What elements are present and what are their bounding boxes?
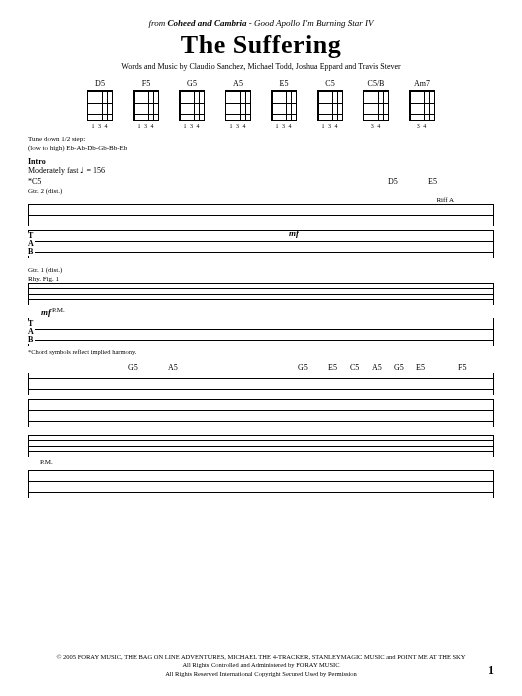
- copyright-block: © 2005 FORAY MUSIC, THE BAG ON LINE ADVE…: [28, 653, 494, 678]
- tuning-instructions: Tune down 1/2 step: (low to high) Eb-Ab-…: [28, 135, 494, 153]
- chord-diagram: D51 3 4: [85, 79, 115, 129]
- tuning-line-1: Tune down 1/2 step:: [28, 135, 494, 144]
- notation-staff: [28, 435, 494, 457]
- chord-grid: [133, 90, 159, 121]
- chord-name: C5/B: [368, 79, 385, 88]
- section-intro-label: Intro: [28, 157, 494, 166]
- copyright-line-1: © 2005 FORAY MUSIC, THE BAG ON LINE ADVE…: [28, 653, 494, 661]
- dynamic-mf: mf: [41, 307, 51, 317]
- chord-grid: [363, 90, 389, 121]
- gtr1-label: Gtr. 1 (dist.): [28, 266, 494, 274]
- chord-symbol: A5: [168, 363, 178, 372]
- notation-staff: mf: [28, 283, 494, 305]
- chord-symbol: G5: [394, 363, 404, 372]
- chord-marks-sys2: G5A5G5E5C5A5G5E5F5: [28, 363, 494, 373]
- system-2-lower: P.M.: [28, 435, 494, 498]
- chord-name: F5: [142, 79, 150, 88]
- copyright-line-3: All Rights Reserved International Copyri…: [28, 670, 494, 678]
- chord-symbol: E5: [428, 177, 437, 186]
- album-name: Good Apollo I'm Burning Star IV: [254, 18, 374, 28]
- chord-fingering: 1 3 4: [138, 123, 155, 129]
- chord-symbol: D5: [388, 177, 398, 186]
- tab-label: TAB: [27, 232, 35, 256]
- chord-diagram: E51 3 4: [269, 79, 299, 129]
- rhy-fig-label: Rhy. Fig. 1: [28, 275, 494, 283]
- chord-symbol: E5: [328, 363, 337, 372]
- chord-symbol: C5: [350, 363, 359, 372]
- chord-marks-sys1: *C5D5E5: [28, 177, 494, 187]
- chord-grid: [409, 90, 435, 121]
- tab-staff: TAB: [28, 318, 494, 346]
- tab-staff: TAB: [28, 230, 494, 258]
- chord-fingering: 1 3 4: [230, 123, 247, 129]
- chord-fingering: 1 3 4: [92, 123, 109, 129]
- chord-diagram: C5/B3 4: [361, 79, 391, 129]
- chord-name: D5: [95, 79, 105, 88]
- chord-name: Am7: [414, 79, 430, 88]
- system-2-upper: [28, 373, 494, 427]
- chord-fingering: 1 3 4: [322, 123, 339, 129]
- song-title: The Suffering: [28, 30, 494, 60]
- chord-diagram-row: D51 3 4F51 3 4G51 3 4A51 3 4E51 3 4C51 3…: [28, 79, 494, 129]
- chord-diagram: A51 3 4: [223, 79, 253, 129]
- chord-fingering: 1 3 4: [184, 123, 201, 129]
- chord-symbol: G5: [128, 363, 138, 372]
- chord-grid: [271, 90, 297, 121]
- chord-diagram: Am73 4: [407, 79, 437, 129]
- palm-mute: P.M.: [52, 306, 494, 314]
- system-1-gtr1: Gtr. 1 (dist.) Rhy. Fig. 1 mf P.M. TAB *…: [28, 266, 494, 355]
- writer-credits: Words and Music by Claudio Sanchez, Mich…: [28, 62, 494, 71]
- chord-grid: [87, 90, 113, 121]
- copyright-line-2: All Rights Controlled and Administered b…: [28, 661, 494, 669]
- chord-grid: [317, 90, 343, 121]
- tab-staff: [28, 470, 494, 498]
- riff-a-label: Riff A: [28, 196, 454, 204]
- chord-symbol: *C5: [28, 177, 41, 186]
- chord-name: E5: [280, 79, 289, 88]
- chord-symbol: F5: [458, 363, 466, 372]
- notation-staff: [28, 373, 494, 395]
- gtr2-label: Gtr. 2 (dist.): [28, 187, 494, 195]
- chord-fingering: 3 4: [417, 123, 428, 129]
- chord-diagram: C51 3 4: [315, 79, 345, 129]
- tuning-line-2: (low to high) Eb-Ab-Db-Gb-Bb-Eb: [28, 144, 494, 153]
- chord-diagram: F51 3 4: [131, 79, 161, 129]
- tab-label: TAB: [27, 320, 35, 344]
- chord-name: C5: [325, 79, 334, 88]
- chord-symbol: A5: [372, 363, 382, 372]
- tempo-marking: Moderately fast ♩ = 156: [28, 166, 494, 175]
- album-sep: -: [246, 18, 254, 28]
- chord-symbol: E5: [416, 363, 425, 372]
- chord-name: G5: [187, 79, 197, 88]
- chord-grid: [225, 90, 251, 121]
- page-number: 1: [488, 663, 494, 678]
- system-1-gtr2: Gtr. 2 (dist.) Riff A mf TAB: [28, 187, 494, 258]
- chord-fingering: 1 3 4: [276, 123, 293, 129]
- source-line: from Coheed and Cambria - Good Apollo I'…: [28, 18, 494, 28]
- tab-staff: [28, 399, 494, 427]
- chord-fingering: 3 4: [371, 123, 382, 129]
- chord-name: A5: [233, 79, 243, 88]
- sheet-music-page: from Coheed and Cambria - Good Apollo I'…: [0, 0, 522, 696]
- notation-staff: mf: [28, 204, 494, 226]
- from-prefix: from: [149, 18, 168, 28]
- chord-symbol: G5: [298, 363, 308, 372]
- chord-diagram: G51 3 4: [177, 79, 207, 129]
- artist-name: Coheed and Cambria: [167, 18, 246, 28]
- chord-grid: [179, 90, 205, 121]
- palm-mute: P.M.: [40, 458, 494, 466]
- chord-footnote: *Chord symbols reflect implied harmony.: [28, 348, 494, 355]
